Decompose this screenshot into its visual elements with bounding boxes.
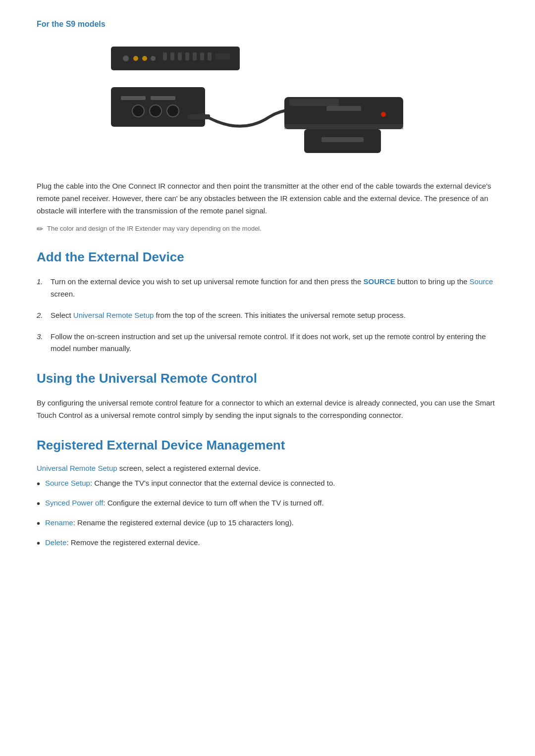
using-heading: Using the Universal Remote Control: [37, 371, 498, 386]
svg-rect-10: [200, 52, 204, 60]
svg-rect-15: [151, 96, 175, 100]
ir-extender-small: [111, 87, 210, 127]
source-setup-link: Source Setup: [45, 479, 90, 487]
ir-extender-box: [111, 47, 240, 70]
synced-power-link: Synced Power off: [45, 499, 103, 507]
svg-rect-8: [185, 52, 189, 60]
bullet-list: • Source Setup: Change the TV's input co…: [37, 477, 498, 550]
using-section: Using the Universal Remote Control By co…: [37, 371, 498, 422]
bullet-dot-2: •: [37, 497, 40, 510]
section-label: For the S9 models: [37, 20, 498, 29]
steps-list: 1. Turn on the external device you wish …: [37, 276, 498, 355]
bullet-rename: • Rename: Rename the registered external…: [37, 517, 498, 530]
svg-rect-11: [208, 52, 212, 60]
bullet-source-setup: • Source Setup: Change the TV's input co…: [37, 477, 498, 490]
svg-point-3: [142, 56, 147, 61]
source-link: Source: [470, 277, 493, 286]
step-3-text: Follow the on-screen instruction and set…: [51, 331, 498, 355]
svg-rect-9: [193, 52, 197, 60]
bullet-synced-power: • Synced Power off: Configure the extern…: [37, 497, 498, 510]
svg-point-2: [133, 56, 138, 61]
step-2-num: 2.: [37, 309, 46, 322]
svg-point-16: [132, 105, 144, 117]
bullet-source-setup-text: Source Setup: Change the TV's input conn…: [45, 477, 335, 490]
universal-remote-setup-link: Universal Remote Setup: [73, 311, 154, 319]
using-body: By configuring the universal remote cont…: [37, 397, 498, 422]
svg-rect-22: [326, 106, 361, 111]
step-1: 1. Turn on the external device you wish …: [37, 276, 498, 301]
step-3: 3. Follow the on-screen instruction and …: [37, 331, 498, 355]
delete-link: Delete: [45, 538, 66, 547]
body-text: Plug the cable into the One Connect IR c…: [37, 180, 498, 217]
svg-point-4: [151, 56, 156, 61]
add-external-heading: Add the External Device: [37, 250, 498, 265]
svg-point-1: [123, 55, 129, 61]
bullet-rename-text: Rename: Rename the registered external d…: [45, 517, 294, 529]
note-text: The color and design of the IR Extender …: [47, 224, 262, 234]
svg-rect-24: [289, 99, 339, 106]
svg-rect-12: [215, 53, 230, 59]
svg-rect-21: [284, 124, 403, 129]
samsung-small-remote: [304, 129, 381, 153]
svg-point-18: [167, 105, 179, 117]
source-link-bold: SOURCE: [363, 277, 395, 286]
registered-heading: Registered External Device Management: [37, 438, 498, 453]
rename-link: Rename: [45, 518, 73, 527]
svg-point-17: [150, 105, 161, 117]
bullet-dot-1: •: [37, 477, 40, 490]
svg-rect-5: [163, 52, 167, 60]
device-illustration-svg: [86, 38, 423, 166]
bullet-synced-power-text: Synced Power off: Configure the external…: [45, 497, 324, 509]
universal-remote-setup-intro-link: Universal Remote Setup: [37, 464, 117, 472]
step-3-num: 3.: [37, 331, 46, 343]
samsung-one-connect: [284, 97, 403, 129]
add-external-section: Add the External Device 1. Turn on the e…: [37, 250, 498, 355]
note-row: ✏ The color and design of the IR Extende…: [37, 224, 498, 234]
bullet-delete-text: Delete: Remove the registered external d…: [45, 537, 200, 549]
bullet-dot-3: •: [37, 517, 40, 530]
registered-intro-rest: screen, select a registered external dev…: [117, 464, 261, 472]
bullet-delete: • Delete: Remove the registered external…: [37, 537, 498, 550]
svg-point-23: [381, 112, 386, 117]
registered-section: Registered External Device Management Un…: [37, 438, 498, 550]
device-illustration-area: [37, 38, 498, 166]
note-icon: ✏: [37, 224, 43, 234]
svg-rect-7: [178, 52, 182, 60]
step-2: 2. Select Universal Remote Setup from th…: [37, 309, 498, 322]
step-1-num: 1.: [37, 276, 46, 288]
step-2-text: Select Universal Remote Setup from the t…: [51, 309, 406, 322]
svg-rect-26: [321, 137, 364, 142]
bullet-dot-4: •: [37, 537, 40, 550]
step-1-text: Turn on the external device you wish to …: [51, 276, 498, 301]
svg-rect-6: [170, 52, 174, 60]
svg-rect-14: [121, 96, 146, 100]
registered-intro: Universal Remote Setup screen, select a …: [37, 464, 498, 472]
